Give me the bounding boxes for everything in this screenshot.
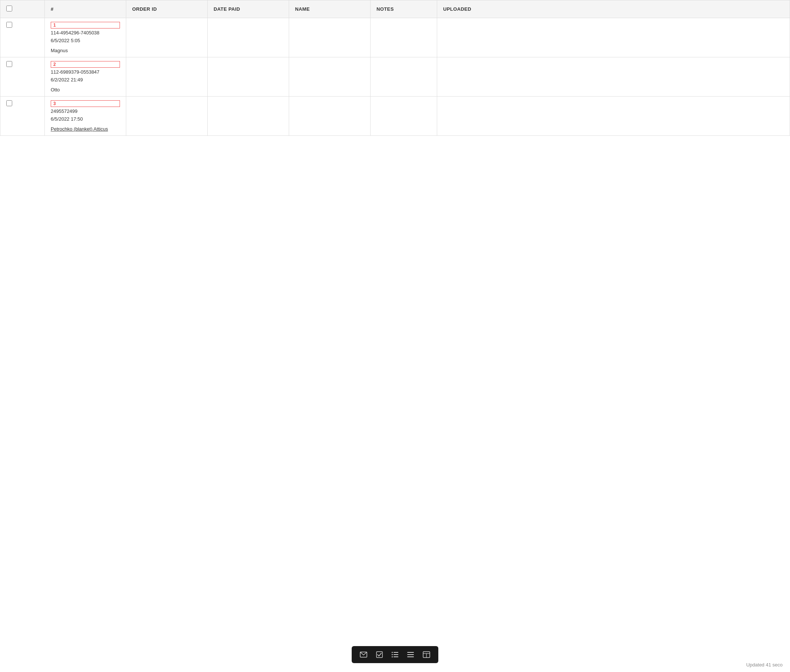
date-paid-value: 6/5/2022 5:05	[51, 38, 120, 43]
select-all-checkbox[interactable]	[6, 6, 12, 11]
col-header-hash: #	[45, 0, 126, 18]
name-value: Magnus	[51, 48, 120, 53]
col-header-order-id: ORDER ID	[126, 0, 208, 18]
date-paid-value: 6/5/2022 17:50	[51, 116, 120, 122]
svg-rect-4	[394, 656, 398, 657]
row-hash-cell: 324955724996/5/2022 17:50Petrochko (blan…	[45, 97, 126, 136]
row-checkbox-cell[interactable]	[0, 58, 45, 97]
name-value: Petrochko (blanket) Atticus	[51, 126, 120, 132]
row-number-badge: 3	[51, 100, 120, 107]
checkbox-column-header	[0, 0, 45, 18]
order-id-value: 112-6989379-0553847	[51, 69, 120, 75]
name-cell	[289, 97, 370, 136]
status-text: Updated 41 seco	[746, 662, 783, 667]
row-hash-cell: 1114-4954296-74050386/5/2022 5:05Magnus	[45, 18, 126, 58]
col-header-uploaded: UPLOADED	[437, 0, 790, 18]
row-checkbox[interactable]	[6, 61, 12, 67]
col-header-name: NAME	[289, 0, 370, 18]
svg-point-6	[392, 654, 393, 655]
checkbox-button[interactable]	[374, 650, 385, 659]
uploaded-cell	[437, 58, 790, 97]
col-header-notes: NOTES	[370, 0, 437, 18]
notes-cell	[370, 18, 437, 58]
order-id-cell	[126, 97, 208, 136]
list-button[interactable]	[389, 650, 401, 659]
layout-button[interactable]	[421, 650, 433, 659]
svg-rect-3	[394, 654, 398, 655]
date-paid-cell	[208, 58, 289, 97]
order-id-value: 114-4954296-7405038	[51, 30, 120, 35]
order-id-value: 2495572499	[51, 109, 120, 114]
order-id-cell	[126, 58, 208, 97]
row-hash-cell: 2112-6989379-05538476/2/2022 21:49Otto	[45, 58, 126, 97]
svg-point-5	[392, 652, 393, 653]
svg-rect-10	[407, 656, 414, 657]
table-row: 2112-6989379-05538476/2/2022 21:49Otto	[0, 58, 790, 97]
row-number-badge: 1	[51, 22, 120, 29]
notes-cell	[370, 97, 437, 136]
col-header-date-paid: DATE PAID	[208, 0, 289, 18]
svg-rect-2	[394, 652, 398, 653]
name-cell	[289, 18, 370, 58]
main-table: # ORDER ID DATE PAID NAME NOTES UPLOADED…	[0, 0, 790, 136]
table-wrapper: # ORDER ID DATE PAID NAME NOTES UPLOADED…	[0, 0, 790, 672]
date-paid-value: 6/2/2022 21:49	[51, 77, 120, 83]
name-value: Otto	[51, 87, 120, 93]
list-alt-button[interactable]	[405, 650, 416, 659]
uploaded-cell	[437, 97, 790, 136]
uploaded-cell	[437, 18, 790, 58]
notes-cell	[370, 58, 437, 97]
svg-point-7	[392, 656, 393, 658]
name-link[interactable]: Petrochko (blanket) Atticus	[51, 126, 108, 132]
table-row: 1114-4954296-74050386/5/2022 5:05Magnus	[0, 18, 790, 58]
row-checkbox[interactable]	[6, 100, 12, 106]
row-number-badge: 2	[51, 61, 120, 68]
table-row: 324955724996/5/2022 17:50Petrochko (blan…	[0, 97, 790, 136]
date-paid-cell	[208, 18, 289, 58]
svg-rect-9	[407, 654, 414, 655]
svg-rect-8	[407, 652, 414, 653]
order-id-cell	[126, 18, 208, 58]
toolbar	[352, 646, 438, 663]
name-cell	[289, 58, 370, 97]
envelope-button[interactable]	[357, 650, 369, 659]
row-checkbox[interactable]	[6, 22, 12, 28]
row-checkbox-cell[interactable]	[0, 18, 45, 58]
row-checkbox-cell[interactable]	[0, 97, 45, 136]
date-paid-cell	[208, 97, 289, 136]
